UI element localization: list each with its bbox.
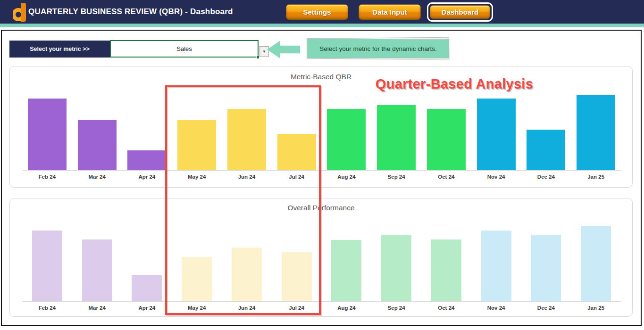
bar-slot	[571, 222, 621, 301]
metric-dropdown-button[interactable]: ▼	[259, 46, 269, 57]
qbr-dashboard-page: QUARTERLY BUSINESS REVIEW (QBR) - Dashbo…	[0, 0, 644, 330]
dashboard-button[interactable]: Dashboard	[430, 5, 490, 19]
bar-slot	[371, 86, 421, 170]
x-axis-label: Apr 24	[122, 305, 172, 311]
bar-slot	[222, 86, 272, 170]
app-header: QUARTERLY BUSINESS REVIEW (QBR) - Dashbo…	[0, 0, 644, 24]
x-axis-label: Apr 24	[122, 174, 172, 180]
bar-apr-24	[132, 275, 162, 301]
x-axis-label: May 24	[172, 305, 222, 311]
x-axis-label: Jan 25	[571, 305, 621, 311]
bar-oct-24	[431, 239, 461, 301]
bar-slot	[172, 222, 222, 301]
x-axis-label: Sep 24	[371, 174, 421, 180]
bar-jul-24	[282, 252, 312, 301]
x-axis-label: Oct 24	[421, 174, 471, 180]
bar-slot	[22, 86, 72, 170]
x-axis-label: Feb 24	[22, 305, 72, 311]
bar-slot	[172, 86, 222, 170]
bar-oct-24	[427, 109, 466, 170]
x-axis-label: Nov 24	[471, 305, 521, 311]
x-axis-label: Jul 24	[272, 174, 322, 180]
metric-callout: Select your metric for the dynamic chart…	[307, 39, 449, 58]
bar-sep-24	[381, 235, 411, 301]
bar-aug-24	[331, 240, 361, 301]
bar-slot	[272, 86, 322, 170]
x-axis-label: Feb 24	[22, 174, 72, 180]
x-axis-label: Aug 24	[322, 174, 372, 180]
bar-jun-24	[227, 109, 266, 170]
bar-apr-24	[127, 150, 166, 170]
bar-slot	[571, 86, 621, 170]
bar-mar-24	[82, 239, 112, 301]
callout-text: Select your metric for the dynamic chart…	[319, 45, 436, 52]
x-axis-label: Mar 24	[72, 305, 122, 311]
app-logo-d-icon	[13, 2, 28, 22]
bar-slot	[222, 222, 272, 301]
bar-feb-24	[28, 99, 67, 170]
x-axis-label: Aug 24	[322, 305, 372, 311]
x-axis-label: Jun 24	[222, 305, 272, 311]
bar-dec-24	[531, 235, 561, 301]
bar-jul-24	[277, 134, 316, 170]
bar-dec-24	[527, 130, 565, 170]
bar-may-24	[182, 257, 212, 301]
bar-may-24	[177, 120, 216, 170]
bar-slot	[22, 222, 72, 301]
metric-select-cell[interactable]: Sales	[110, 40, 259, 58]
bar-slot	[421, 222, 471, 301]
bar-slot	[322, 86, 372, 170]
x-axis-label: Mar 24	[72, 174, 122, 180]
settings-button[interactable]: Settings	[286, 4, 348, 20]
bar-mar-24	[78, 120, 117, 170]
bar-nov-24	[477, 99, 516, 170]
metric-selector-label: Select your metric >>	[9, 41, 110, 58]
chart1-plot-area	[22, 86, 621, 171]
bar-jun-24	[232, 248, 262, 301]
bar-slot	[521, 222, 571, 301]
x-axis-label: Sep 24	[371, 305, 421, 311]
x-axis-label: May 24	[172, 174, 222, 180]
chart-card-metric-qbr: Metric-Based QBR Feb 24Mar 24Apr 24May 2…	[9, 66, 633, 188]
chart2-title: Overall Performance	[10, 204, 632, 212]
x-axis-label: Jun 24	[222, 174, 272, 180]
x-axis-label: Dec 24	[521, 174, 571, 180]
bar-slot	[72, 222, 122, 301]
bar-slot	[122, 86, 172, 170]
bar-slot	[122, 222, 172, 301]
x-axis-label: Dec 24	[521, 305, 571, 311]
data-input-button[interactable]: Data Input	[359, 4, 421, 20]
x-axis-label: Nov 24	[471, 174, 521, 180]
bar-slot	[521, 86, 571, 170]
header-accent-strip	[0, 24, 644, 27]
dashboard-button-active-frame: Dashboard	[427, 2, 493, 22]
cell-fill-handle[interactable]	[256, 56, 259, 59]
chevron-down-icon: ▼	[262, 50, 266, 54]
bar-slot	[371, 222, 421, 301]
chart1-title: Metric-Based QBR	[10, 73, 632, 81]
chart1-x-axis: Feb 24Mar 24Apr 24May 24Jun 24Jul 24Aug …	[22, 174, 621, 180]
bar-slot	[322, 222, 372, 301]
x-axis-label: Jan 25	[571, 174, 621, 180]
bar-slot	[72, 86, 122, 170]
bar-jan-25	[577, 95, 615, 170]
bar-sep-24	[377, 105, 416, 170]
bar-slot	[421, 86, 471, 170]
bar-slot	[471, 86, 521, 170]
bar-nov-24	[481, 231, 511, 301]
x-axis-label: Jul 24	[272, 305, 322, 311]
chart2-plot-area	[22, 222, 621, 302]
x-axis-label: Oct 24	[421, 305, 471, 311]
page-title: QUARTERLY BUSINESS REVIEW (QBR) - Dashbo…	[28, 0, 233, 24]
chart2-x-axis: Feb 24Mar 24Apr 24May 24Jun 24Jul 24Aug …	[22, 305, 621, 311]
bar-feb-24	[32, 231, 62, 301]
bar-slot	[471, 222, 521, 301]
bar-slot	[272, 222, 322, 301]
bar-aug-24	[327, 109, 366, 170]
bar-jan-25	[581, 226, 611, 301]
chart-card-overall-performance: Overall Performance Feb 24Mar 24Apr 24Ma…	[9, 198, 633, 317]
